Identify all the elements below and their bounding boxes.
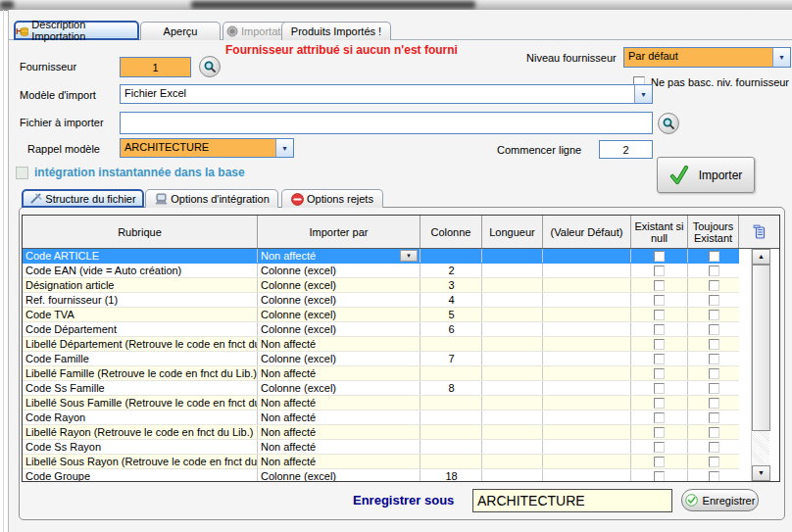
rappel-modele-combo[interactable]: ARCHITECTURE ▼ xyxy=(120,138,294,158)
vertical-scrollbar[interactable]: ▲ ▼ xyxy=(751,249,769,481)
table-row[interactable]: Libellé Sous Rayon (Retrouve le code en … xyxy=(23,455,739,469)
existant-si-null-checkbox[interactable] xyxy=(654,324,665,335)
existant-si-null-checkbox[interactable] xyxy=(654,354,665,364)
subtab-options-integration[interactable]: Options d'intégration xyxy=(145,189,278,208)
importer-button[interactable]: Importer xyxy=(657,157,755,193)
table-row[interactable]: Code DépartementColonne (excel)6 xyxy=(23,322,739,337)
enregistrer-sous-input[interactable] xyxy=(472,489,672,512)
table-row[interactable]: Libellé Sous Famille (Retrouve le code e… xyxy=(23,396,739,411)
toujours-existant-checkbox[interactable] xyxy=(709,383,719,394)
cell-rubrique: Code Ss Famille xyxy=(23,381,258,395)
subtab-options-rejets[interactable]: Options rejets xyxy=(281,189,383,208)
toujours-existant-checkbox[interactable] xyxy=(709,266,719,276)
toujours-existant-checkbox[interactable] xyxy=(709,251,719,262)
toujours-existant-checkbox[interactable] xyxy=(709,457,719,467)
modele-import-combo[interactable]: Fichier Excel ▼ xyxy=(120,84,653,104)
cell-valeur-defaut xyxy=(543,396,631,410)
existant-si-null-checkbox[interactable] xyxy=(654,398,665,409)
fournisseur-input[interactable] xyxy=(120,57,191,77)
toujours-existant-checkbox[interactable] xyxy=(709,295,719,306)
cell-rubrique: Code Famille xyxy=(23,352,258,365)
toujours-existant-checkbox[interactable] xyxy=(709,324,719,335)
existant-si-null-checkbox[interactable] xyxy=(654,427,665,438)
scroll-down-button[interactable]: ▼ xyxy=(752,465,770,481)
tab-apercu[interactable]: Aperçu xyxy=(140,22,221,40)
cell-valeur-defaut xyxy=(543,366,631,380)
table-row[interactable]: Code RayonNon affecté xyxy=(23,411,739,425)
magnifier-icon xyxy=(203,60,217,73)
fichier-importer-input[interactable] xyxy=(120,112,653,134)
existant-si-null-checkbox[interactable] xyxy=(654,457,665,467)
toujours-existant-checkbox[interactable] xyxy=(709,412,719,423)
existant-si-null-checkbox[interactable] xyxy=(654,383,665,394)
cell-toujours-existant xyxy=(688,322,739,336)
header-existant-si-null[interactable]: Existant si null xyxy=(631,216,688,248)
toujours-existant-checkbox[interactable] xyxy=(709,471,719,482)
cell-colonne xyxy=(421,455,482,468)
window-icon xyxy=(0,1,14,9)
table-row[interactable]: Code Ss FamilleColonne (excel)8 xyxy=(23,381,739,396)
header-toujours-existant[interactable]: Toujours Existant xyxy=(688,216,739,248)
existant-si-null-checkbox[interactable] xyxy=(654,339,665,350)
integration-checkbox[interactable] xyxy=(16,167,28,179)
niveau-fournisseur-combo[interactable]: Par défaut ▼ xyxy=(623,47,791,68)
scrollbar-thumb[interactable] xyxy=(752,265,770,431)
chevron-down-icon[interactable]: ▼ xyxy=(772,48,790,67)
tab-produits-importes[interactable]: Produits Importés ! xyxy=(281,22,391,40)
header-longueur[interactable]: Longueur xyxy=(482,216,543,248)
header-rubrique[interactable]: Rubrique xyxy=(23,216,258,248)
existant-si-null-checkbox[interactable] xyxy=(654,310,665,320)
table-row[interactable]: Code EAN (vide = Auto création)Colonne (… xyxy=(23,264,739,278)
toujours-existant-checkbox[interactable] xyxy=(709,280,719,291)
table-row[interactable]: Code Ss RayonNon affecté xyxy=(23,440,739,455)
table-row[interactable]: Libellé Rayon (Retrouve le code en fnct … xyxy=(23,425,739,440)
enregistrer-button[interactable]: Enregistrer xyxy=(681,489,759,511)
cell-colonne: 18 xyxy=(421,469,482,482)
cell-importer-par: Colonne (excel) xyxy=(258,352,421,365)
scroll-up-button[interactable]: ▲ xyxy=(752,249,770,265)
toujours-existant-checkbox[interactable] xyxy=(709,442,719,453)
header-delete-column[interactable] xyxy=(739,216,778,248)
cell-toujours-existant xyxy=(688,396,739,410)
cell-importer-par: Colonne (excel) xyxy=(258,308,421,321)
chevron-down-icon[interactable]: ▼ xyxy=(275,139,293,157)
existant-si-null-checkbox[interactable] xyxy=(654,412,665,423)
cell-rubrique: Code Rayon xyxy=(23,411,258,424)
table-row[interactable]: Code GroupeColonne (excel)18 xyxy=(23,469,739,482)
tab-description-importation[interactable]: H Description Importation xyxy=(14,21,139,40)
existant-si-null-checkbox[interactable] xyxy=(654,442,665,453)
table-row[interactable]: Désignation articleColonne (excel)3 xyxy=(23,278,739,293)
toujours-existant-checkbox[interactable] xyxy=(709,427,719,438)
table-header: Rubrique Importer par Colonne Longueur (… xyxy=(23,216,779,249)
existant-si-null-checkbox[interactable] xyxy=(654,266,665,276)
commencer-ligne-label: Commencer ligne xyxy=(497,144,581,156)
importer-par-dropdown[interactable]: ▼ xyxy=(400,250,418,262)
existant-si-null-checkbox[interactable] xyxy=(654,251,665,262)
existant-si-null-checkbox[interactable] xyxy=(654,368,665,379)
toujours-existant-checkbox[interactable] xyxy=(709,368,719,379)
cell-longueur xyxy=(482,381,543,395)
table-row[interactable]: Code FamilleColonne (excel)7 xyxy=(23,352,739,366)
table-row[interactable]: Ref. fournisseur (1)Colonne (excel)4 xyxy=(23,293,739,308)
table-row[interactable]: Libellé Département (Retrouve le code en… xyxy=(23,337,739,352)
cell-toujours-existant xyxy=(688,411,739,424)
toujours-existant-checkbox[interactable] xyxy=(709,310,719,320)
existant-si-null-checkbox[interactable] xyxy=(654,471,665,482)
existant-si-null-checkbox[interactable] xyxy=(654,295,665,306)
fichier-search-button[interactable] xyxy=(658,113,679,134)
toujours-existant-checkbox[interactable] xyxy=(709,339,719,350)
commencer-ligne-input[interactable] xyxy=(599,140,653,159)
header-colonne[interactable]: Colonne xyxy=(421,216,482,248)
toujours-existant-checkbox[interactable] xyxy=(709,354,719,364)
existant-si-null-checkbox[interactable] xyxy=(654,280,665,291)
fournisseur-search-button[interactable] xyxy=(199,56,221,77)
toujours-existant-checkbox[interactable] xyxy=(709,398,719,409)
header-valeur-defaut[interactable]: (Valeur Défaut) xyxy=(543,216,631,248)
cell-colonne: 8 xyxy=(421,381,482,395)
table-row[interactable]: Libellé Famille (Retrouve le code en fnc… xyxy=(23,366,739,381)
table-row[interactable]: Code ARTICLENon affecté▼ xyxy=(23,249,739,264)
chevron-down-icon[interactable]: ▼ xyxy=(634,85,652,103)
subtab-structure-fichier[interactable]: Structure du fichier xyxy=(22,189,144,208)
table-row[interactable]: Code TVAColonne (excel)5 xyxy=(23,308,739,322)
header-importer-par[interactable]: Importer par xyxy=(258,216,421,248)
